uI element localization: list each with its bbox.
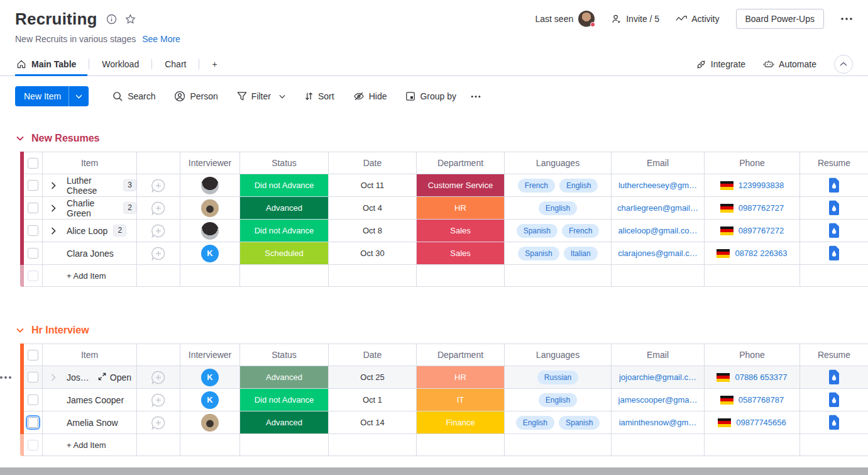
date-cell[interactable]: Oct 4	[329, 197, 417, 220]
phone-link[interactable]: 0897767272	[739, 226, 784, 235]
add-update-icon[interactable]	[150, 200, 167, 216]
select-all-checkbox[interactable]	[28, 350, 38, 360]
item-name-cell[interactable]: Amelia Snow	[43, 411, 137, 434]
column-header-resume[interactable]: Resume	[800, 152, 868, 174]
column-header-email[interactable]: Email	[612, 152, 705, 174]
item-name-cell[interactable]: Alice Loop2	[43, 220, 137, 242]
item-name-cell[interactable]: Luther Cheese3	[43, 174, 137, 197]
email-link[interactable]: iaminthesnow@gm…	[619, 418, 697, 427]
board-power-ups-button[interactable]: Board Power-Ups	[736, 9, 825, 29]
email-link[interactable]: jojoarchie@gmail.c…	[619, 372, 696, 382]
new-item-button[interactable]: New Item	[15, 86, 89, 106]
column-header-department[interactable]: Department	[417, 344, 505, 366]
column-header-phone[interactable]: Phone	[705, 152, 800, 174]
status-cell[interactable]: Scheduled	[240, 242, 329, 265]
interviewer-avatar[interactable]	[201, 222, 219, 240]
department-cell[interactable]: IT	[417, 389, 505, 411]
tab-main-table[interactable]: Main Table	[15, 53, 87, 75]
status-cell[interactable]: Did not Advance	[240, 174, 329, 197]
add-update-icon[interactable]	[150, 369, 167, 386]
see-more-link[interactable]: See More	[142, 34, 180, 44]
department-cell[interactable]: Sales	[417, 220, 505, 242]
date-cell[interactable]: Oct 30	[329, 242, 417, 265]
person-filter-button[interactable]: Person	[168, 87, 224, 106]
languages-cell[interactable]: English	[505, 389, 612, 411]
column-header-phone[interactable]: Phone	[705, 344, 800, 366]
date-cell[interactable]: Oct 8	[329, 220, 417, 242]
add-update-icon[interactable]	[150, 245, 167, 262]
add-update-icon[interactable]	[150, 177, 167, 194]
status-cell[interactable]: Advanced	[240, 197, 329, 220]
email-link[interactable]: aliceloop@gmail.co…	[618, 226, 698, 235]
star-icon[interactable]	[124, 13, 136, 25]
languages-cell[interactable]: FrenchEnglish	[505, 174, 612, 197]
expand-chevron-icon[interactable]	[51, 204, 56, 212]
row-checkbox[interactable]	[28, 180, 38, 191]
email-link[interactable]: jamescooper@gma…	[618, 395, 698, 405]
interviewer-avatar[interactable]: K	[201, 369, 219, 386]
tab-workload[interactable]: Workload	[91, 53, 150, 75]
row-checkbox[interactable]	[28, 203, 38, 213]
resume-file-icon[interactable]	[828, 369, 840, 385]
group-collapse-icon[interactable]	[16, 136, 24, 141]
column-header-resume[interactable]: Resume	[800, 344, 868, 366]
column-header-department[interactable]: Department	[417, 152, 505, 174]
expand-chevron-icon[interactable]	[51, 182, 56, 189]
column-header-date[interactable]: Date	[329, 344, 417, 366]
column-header-interviewer[interactable]: Interviewer	[180, 344, 240, 366]
hide-button[interactable]: Hide	[347, 87, 393, 105]
department-cell[interactable]: Sales	[417, 242, 505, 265]
filter-button[interactable]: Filter	[231, 87, 292, 105]
status-cell[interactable]: Did not Advance	[240, 389, 329, 411]
resume-file-icon[interactable]	[828, 200, 840, 216]
open-item-button[interactable]: Open	[98, 372, 131, 383]
row-checkbox[interactable]	[28, 372, 38, 383]
email-link[interactable]: clarajones@gmail.c…	[618, 249, 698, 258]
languages-cell[interactable]: EnglishSpanish	[505, 411, 612, 434]
row-checkbox[interactable]	[28, 248, 38, 259]
select-all-checkbox[interactable]	[28, 158, 38, 169]
column-header-date[interactable]: Date	[329, 152, 417, 174]
collapse-header-button[interactable]	[834, 55, 853, 74]
column-header-status[interactable]: Status	[240, 152, 329, 174]
tab-chart[interactable]: Chart	[153, 53, 197, 75]
department-cell[interactable]: Customer Service	[417, 174, 505, 197]
resume-file-icon[interactable]	[828, 177, 840, 193]
date-cell[interactable]: Oct 11	[329, 174, 417, 197]
add-update-icon[interactable]	[150, 415, 167, 431]
expand-chevron-icon[interactable]	[51, 227, 56, 235]
interviewer-avatar[interactable]: K	[201, 245, 219, 262]
add-item-button[interactable]: + Add Item	[43, 434, 137, 456]
phone-link[interactable]: 0587768787	[739, 395, 784, 405]
invite-button[interactable]: Invite / 5	[611, 14, 659, 25]
column-header-email[interactable]: Email	[612, 344, 705, 366]
automate-button[interactable]: Automate	[763, 59, 816, 69]
group-by-button[interactable]: Group by	[399, 87, 463, 105]
interviewer-avatar[interactable]: K	[201, 391, 219, 409]
resume-file-icon[interactable]	[828, 245, 840, 261]
resume-file-icon[interactable]	[828, 392, 840, 408]
status-cell[interactable]: Advanced	[240, 366, 329, 389]
status-cell[interactable]: Did not Advance	[240, 220, 329, 242]
group-collapse-icon[interactable]	[16, 328, 24, 333]
board-menu-icon[interactable]	[840, 17, 853, 21]
phone-link[interactable]: 0987762727	[739, 203, 784, 213]
resume-file-icon[interactable]	[828, 415, 840, 430]
integrate-button[interactable]: Integrate	[696, 59, 745, 70]
languages-cell[interactable]: SpanishItalian	[505, 242, 612, 265]
row-checkbox[interactable]	[28, 394, 38, 405]
department-cell[interactable]: HR	[417, 366, 505, 389]
column-header-status[interactable]: Status	[240, 344, 329, 366]
column-header-languages[interactable]: Languages	[505, 344, 612, 366]
expand-chevron-icon[interactable]	[51, 374, 56, 381]
row-checkbox[interactable]	[28, 225, 38, 236]
date-cell[interactable]: Oct 14	[329, 411, 417, 434]
add-update-icon[interactable]	[150, 223, 167, 239]
item-name-cell[interactable]: Jos…Open	[43, 366, 137, 389]
languages-cell[interactable]: Russian	[505, 366, 612, 389]
search-button[interactable]: Search	[106, 87, 162, 106]
phone-link[interactable]: 08782 226363	[735, 249, 787, 258]
column-header-languages[interactable]: Languages	[505, 152, 612, 174]
languages-cell[interactable]: SpanishFrench	[505, 220, 612, 242]
status-cell[interactable]: Advanced	[240, 411, 329, 434]
